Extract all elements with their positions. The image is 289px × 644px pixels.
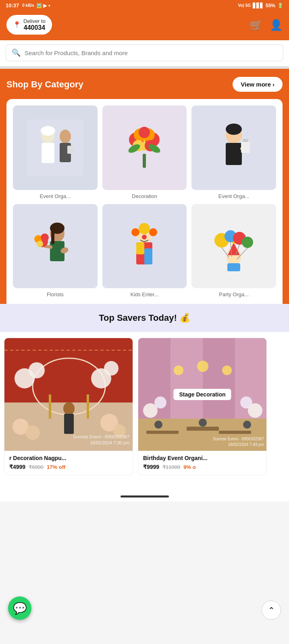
kids-image	[102, 204, 187, 289]
product-price-original-1: ₹6000	[29, 464, 44, 470]
svg-point-69	[104, 361, 119, 376]
products-row: Sunrise Event - 895630298718/02/2024 7:3…	[4, 338, 285, 475]
svg-point-15	[139, 127, 150, 138]
status-left: 10:37 0 kB/s 🖼️ ▶ •	[6, 2, 50, 8]
profile-button[interactable]: 👤	[270, 20, 283, 30]
product-price-current-1: ₹4999	[9, 464, 25, 470]
svg-rect-9	[143, 154, 146, 168]
svg-point-97	[199, 419, 207, 427]
cart-icon: 🛒	[249, 19, 262, 31]
svg-rect-94	[219, 431, 251, 434]
event-organizer-1-image	[13, 105, 98, 190]
battery-level: 55%	[266, 3, 275, 8]
decoration-image	[102, 105, 187, 190]
svg-point-47	[142, 235, 147, 239]
svg-point-74	[63, 402, 75, 415]
category-label-event-2: Event Orga...	[218, 193, 249, 199]
svg-point-91	[197, 361, 208, 372]
category-label-decoration: Decoration	[132, 193, 157, 199]
svg-rect-0	[27, 120, 83, 176]
chevron-up-icon: ⌃	[268, 605, 275, 615]
svg-point-37	[37, 241, 43, 247]
category-label-florists: Florists	[47, 291, 64, 297]
dot-indicator: •	[48, 2, 50, 8]
category-item-event-organizer-1[interactable]: Event Orga...	[13, 105, 98, 199]
category-label-party: Party Orga...	[219, 291, 249, 297]
category-section: Shop By Category View more ›	[0, 69, 289, 304]
category-item-party-organizer[interactable]: Party Orga...	[191, 204, 276, 298]
category-item-kids-entertainment[interactable]: Kids Enter...	[102, 204, 187, 298]
svg-rect-82	[170, 338, 203, 419]
svg-point-96	[154, 421, 162, 429]
view-more-button[interactable]: View more ›	[233, 77, 283, 92]
chevron-right-icon: ›	[272, 81, 274, 88]
product-card-2[interactable]: Stage Decoration Sunrise Event - 8956302…	[138, 338, 267, 475]
product-price-current-2: ₹9999	[143, 464, 159, 470]
product-name-2: Birthday Event Organi...	[143, 455, 262, 461]
svg-rect-50	[227, 263, 240, 271]
deliver-to-button[interactable]: 📍 Deliver to 440034	[6, 15, 52, 35]
svg-rect-95	[187, 427, 219, 431]
profile-icon: 👤	[270, 19, 283, 31]
product-card-1[interactable]: Sunrise Event - 895630298718/02/2024 7:3…	[4, 338, 133, 475]
svg-rect-43	[144, 248, 152, 264]
location-pin-icon: 📍	[13, 21, 21, 29]
svg-point-45	[149, 228, 157, 236]
svg-rect-32	[51, 228, 54, 244]
svg-point-90	[174, 365, 183, 375]
svg-point-56	[242, 237, 253, 248]
product-pricing-2: ₹9999 ₹11000 9% o	[143, 464, 262, 470]
deliver-label: Deliver to 440034	[23, 18, 46, 31]
top-savers-section: Top Savers Today! 💰	[0, 304, 289, 332]
svg-rect-76	[49, 394, 51, 419]
whatsapp-button[interactable]: 💬	[8, 597, 31, 620]
category-label-event-1: Event Orga...	[40, 193, 71, 199]
pincode: 440034	[23, 24, 46, 31]
svg-rect-7	[67, 146, 74, 154]
category-item-decoration[interactable]: Decoration	[102, 105, 187, 199]
svg-point-44	[131, 228, 139, 236]
svg-rect-42	[136, 242, 144, 254]
money-bag-icon: 💰	[179, 313, 190, 323]
category-image-florists	[13, 204, 98, 289]
category-item-florists[interactable]: Florists	[13, 204, 98, 298]
category-item-event-organizer-2[interactable]: Event Orga...	[191, 105, 276, 199]
svg-rect-2	[42, 143, 54, 163]
category-label-kids: Kids Enter...	[130, 291, 158, 297]
home-indicator	[121, 495, 169, 497]
header-actions: 🛒 👤	[249, 20, 283, 30]
svg-point-5	[60, 130, 71, 143]
event-organizer-2-image	[191, 105, 276, 190]
cart-button[interactable]: 🛒	[249, 20, 262, 30]
category-image-decoration	[102, 105, 187, 190]
svg-rect-27	[243, 139, 248, 142]
category-image-event-1	[13, 105, 98, 190]
time-display: 10:37	[6, 2, 19, 8]
search-section: 🔍	[0, 40, 289, 66]
product-image-2: Stage Decoration Sunrise Event - 8956302…	[138, 338, 266, 451]
category-grid-container: Event Orga...	[6, 99, 283, 304]
category-image-party	[191, 204, 276, 289]
svg-point-87	[154, 396, 166, 409]
product-name-1: r Decoration Nagpu...	[9, 455, 128, 461]
battery-icon: 🔋	[277, 3, 283, 8]
search-input[interactable]	[25, 50, 277, 56]
category-image-kids	[102, 204, 187, 289]
svg-rect-77	[87, 394, 89, 419]
svg-rect-93	[146, 431, 179, 434]
top-savers-label: Top Savers Today!	[99, 313, 177, 323]
media-icons: 🖼️ ▶	[36, 3, 47, 8]
search-bar[interactable]: 🔍	[6, 44, 283, 61]
product-price-original-2: ₹11000	[162, 464, 180, 470]
product-watermark-1: Sunrise Event - 895630298718/02/2024 7:3…	[73, 434, 129, 446]
svg-point-71	[25, 425, 40, 440]
scroll-top-button[interactable]: ⌃	[262, 601, 281, 620]
status-bar: 10:37 0 kB/s 🖼️ ▶ • Vo) 5G ▋▋▋ 55% 🔋	[0, 0, 289, 11]
product-badge-2: Stage Decoration	[173, 389, 231, 400]
category-title: Shop By Category	[6, 79, 83, 90]
svg-point-36	[41, 233, 49, 242]
product-image-1: Sunrise Event - 895630298718/02/2024 7:3…	[4, 338, 133, 451]
delivery-info: Deliver to 440034	[23, 18, 46, 31]
category-image-event-2	[191, 105, 276, 190]
category-header: Shop By Category View more ›	[6, 77, 283, 92]
